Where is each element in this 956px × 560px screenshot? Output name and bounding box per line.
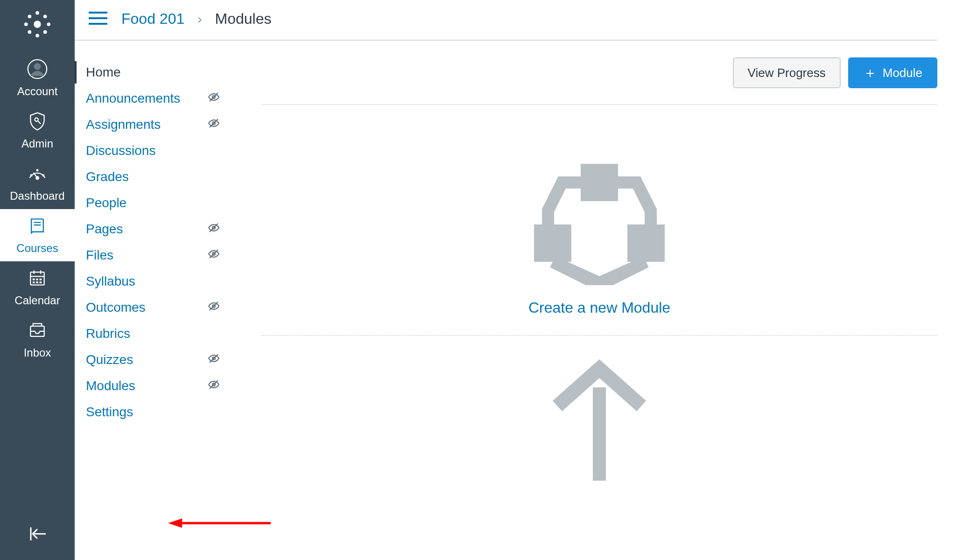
nav-account-label: Account [17, 85, 58, 98]
svg-rect-54 [593, 387, 606, 481]
svg-rect-24 [36, 279, 38, 280]
course-nav-settings[interactable]: Settings [86, 399, 222, 425]
collapse-arrow-icon [26, 539, 49, 546]
shield-icon [27, 111, 48, 134]
nav-inbox[interactable]: Inbox [0, 314, 75, 366]
nav-inbox-label: Inbox [24, 346, 51, 359]
course-nav-label: Modules [86, 378, 135, 393]
svg-point-8 [43, 30, 47, 34]
svg-point-3 [24, 22, 28, 26]
collapse-nav-button[interactable] [26, 510, 49, 560]
action-bar: View Progress ＋ Module [261, 57, 937, 105]
nav-account[interactable]: Account [0, 52, 75, 105]
course-nav-announcements[interactable]: Announcements [86, 85, 222, 112]
svg-rect-50 [534, 224, 571, 262]
course-nav-label: Grades [86, 169, 129, 184]
svg-rect-28 [40, 281, 42, 283]
modules-illustration-icon [506, 154, 693, 287]
hidden-eye-icon [207, 352, 220, 368]
course-nav-label: People [86, 196, 127, 210]
svg-point-1 [35, 11, 39, 15]
chevron-right-icon: › [197, 12, 202, 27]
hidden-eye-icon [207, 378, 220, 394]
nav-admin[interactable]: Admin [0, 105, 75, 157]
hamburger-icon[interactable] [88, 11, 108, 28]
main-area: Food 201 › Modules Home Announcements As… [75, 0, 956, 560]
course-nav: Home Announcements Assignments Discussio… [75, 41, 233, 560]
course-nav-people[interactable]: People [86, 190, 222, 216]
svg-rect-51 [627, 224, 665, 262]
course-nav-label: Home [86, 65, 121, 80]
button-label: View Progress [748, 67, 826, 79]
svg-rect-26 [33, 281, 35, 283]
course-nav-label: Syllabus [86, 274, 135, 289]
calendar-icon [27, 268, 48, 291]
breadcrumb-course-link[interactable]: Food 201 [121, 10, 184, 28]
course-nav-label: Quizzes [86, 352, 133, 367]
course-nav-rubrics[interactable]: Rubrics [86, 321, 222, 347]
plus-icon: ＋ [863, 66, 877, 80]
svg-point-6 [43, 15, 47, 19]
hidden-eye-icon [207, 221, 220, 238]
gauge-icon [27, 163, 48, 187]
nav-calendar[interactable]: Calendar [0, 261, 75, 314]
course-nav-quizzes[interactable]: Quizzes [86, 347, 222, 373]
svg-point-10 [34, 63, 41, 70]
nav-calendar-label: Calendar [14, 294, 60, 307]
svg-point-0 [34, 21, 41, 28]
breadcrumb-bar: Food 201 › Modules [75, 0, 937, 41]
view-progress-button[interactable]: View Progress [733, 57, 841, 88]
course-nav-syllabus[interactable]: Syllabus [86, 268, 222, 294]
global-nav: Account Admin Dashboard [0, 0, 75, 560]
course-nav-label: Pages [86, 222, 123, 237]
course-nav-label: Announcements [86, 91, 180, 106]
user-icon [27, 59, 48, 82]
course-nav-assignments[interactable]: Assignments [86, 112, 222, 138]
course-nav-grades[interactable]: Grades [86, 164, 222, 190]
book-icon [27, 216, 48, 239]
canvas-logo-icon[interactable] [22, 9, 52, 39]
svg-rect-23 [33, 279, 35, 280]
course-nav-label: Rubrics [86, 326, 130, 341]
svg-point-2 [35, 34, 39, 37]
up-arrow-illustration [261, 336, 937, 481]
svg-point-14 [31, 175, 32, 176]
nav-dashboard-label: Dashboard [10, 189, 64, 203]
create-module-link[interactable]: Create a new Module [528, 299, 670, 316]
hidden-eye-icon [207, 247, 220, 264]
inbox-icon [27, 320, 48, 343]
course-nav-label: Outcomes [86, 300, 146, 315]
svg-rect-27 [36, 281, 38, 283]
course-nav-files[interactable]: Files [86, 242, 222, 268]
svg-point-15 [42, 175, 44, 176]
svg-point-4 [47, 22, 50, 26]
nav-courses-label: Courses [16, 242, 58, 255]
course-nav-label: Discussions [86, 143, 155, 158]
course-nav-pages[interactable]: Pages [86, 216, 222, 242]
course-nav-home[interactable]: Home [86, 59, 222, 85]
course-nav-label: Assignments [86, 117, 161, 132]
hidden-eye-icon [207, 91, 220, 107]
course-nav-modules[interactable]: Modules [86, 373, 222, 399]
nav-dashboard[interactable]: Dashboard [0, 157, 75, 209]
hidden-eye-icon [207, 117, 220, 133]
breadcrumb-current: Modules [215, 10, 272, 28]
svg-point-11 [35, 118, 38, 121]
hidden-eye-icon [207, 300, 220, 316]
empty-state: Create a new Module [261, 122, 937, 336]
svg-point-5 [28, 15, 32, 19]
course-nav-outcomes[interactable]: Outcomes [86, 294, 222, 321]
svg-rect-25 [40, 279, 42, 280]
svg-rect-49 [581, 164, 618, 201]
course-nav-label: Files [86, 248, 113, 263]
course-nav-discussions[interactable]: Discussions [86, 138, 222, 164]
course-nav-label: Settings [86, 405, 133, 420]
nav-admin-label: Admin [21, 137, 53, 150]
nav-courses[interactable]: Courses [0, 209, 75, 261]
svg-point-16 [37, 169, 38, 171]
content-area: View Progress ＋ Module [233, 41, 956, 560]
add-module-button[interactable]: ＋ Module [848, 57, 937, 88]
svg-point-7 [28, 30, 32, 34]
button-label: Module [883, 67, 922, 79]
